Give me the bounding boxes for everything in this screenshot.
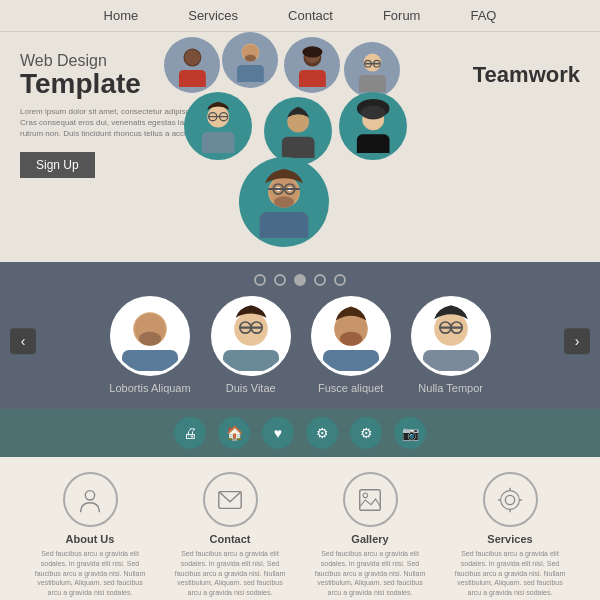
svg-rect-1 <box>179 69 206 87</box>
icon-home[interactable]: 🏠 <box>218 417 250 449</box>
svg-point-13 <box>364 54 380 70</box>
footer-services-title: Services <box>487 533 532 545</box>
svg-point-43 <box>139 332 161 346</box>
svg-point-64 <box>505 495 514 504</box>
dot-5[interactable] <box>334 274 346 286</box>
navigation: Home Services Contact Forum FAQ <box>0 0 600 32</box>
svg-rect-41 <box>122 350 178 371</box>
footer-contact-desc: Sed faucibus arcu a gravida elit sodales… <box>170 549 290 598</box>
icon-settings-2[interactable]: ⚙ <box>350 417 382 449</box>
svg-point-63 <box>363 493 368 498</box>
footer-about-title: About Us <box>66 533 115 545</box>
svg-rect-8 <box>299 69 326 87</box>
avatar-cluster <box>144 32 404 262</box>
svg-rect-4 <box>237 64 264 82</box>
work-label: work <box>529 62 580 87</box>
icons-bar: 🖨 🏠 ♥ ⚙ ⚙ 📷 <box>0 409 600 457</box>
avatar-4 <box>344 42 400 98</box>
avatar-6 <box>264 97 332 165</box>
svg-rect-24 <box>282 136 315 158</box>
svg-point-10 <box>302 46 322 57</box>
svg-rect-45 <box>223 350 279 371</box>
footer-services: Services Sed faucibus arcu a gravida eli… <box>450 472 570 600</box>
footer-gallery-title: Gallery <box>351 533 388 545</box>
svg-rect-27 <box>357 134 390 153</box>
svg-rect-62 <box>360 489 381 510</box>
nav-services[interactable]: Services <box>188 8 238 23</box>
slide-avatar-1 <box>211 296 291 376</box>
svg-point-6 <box>244 54 255 61</box>
svg-rect-55 <box>423 350 479 371</box>
slide-item-2: Fusce aliquet <box>311 296 391 394</box>
avatar-2 <box>222 32 278 88</box>
icon-print[interactable]: 🖨 <box>174 417 206 449</box>
slide-item-3: Nulla Tempor <box>411 296 491 394</box>
svg-rect-18 <box>202 131 235 153</box>
dot-4[interactable] <box>314 274 326 286</box>
avatar-center <box>239 157 329 247</box>
slide-name-0: Lobortis Aliquam <box>109 382 190 394</box>
svg-point-65 <box>501 490 520 509</box>
svg-point-19 <box>208 106 227 125</box>
slide-name-2: Fusce aliquet <box>318 382 383 394</box>
footer-services-icon <box>483 472 538 527</box>
nav-home[interactable]: Home <box>104 8 139 23</box>
svg-point-60 <box>85 490 94 499</box>
slider-section: ‹ Lobortis Aliquam <box>0 262 600 409</box>
footer-gallery-icon <box>343 472 398 527</box>
slide-item-1: Duis Vitae <box>211 296 291 394</box>
svg-point-30 <box>361 106 385 120</box>
avatar-5 <box>184 92 252 160</box>
svg-point-53 <box>339 332 361 346</box>
slider-dots <box>0 274 600 286</box>
slide-name-3: Nulla Tempor <box>418 382 483 394</box>
icon-heart[interactable]: ♥ <box>262 417 294 449</box>
svg-rect-51 <box>323 350 379 371</box>
svg-point-34 <box>274 196 294 208</box>
dot-1[interactable] <box>254 274 266 286</box>
footer-services-desc: Sed faucibus arcu a gravida elit sodales… <box>450 549 570 598</box>
dot-3[interactable] <box>294 274 306 286</box>
slide-avatar-0 <box>110 296 190 376</box>
slider-next-button[interactable]: › <box>564 328 590 354</box>
slide-item-0: Lobortis Aliquam <box>109 296 190 394</box>
slider-content: ‹ Lobortis Aliquam <box>0 296 600 394</box>
slider-prev-button[interactable]: ‹ <box>10 328 36 354</box>
nav-contact[interactable]: Contact <box>288 8 333 23</box>
footer-gallery: Gallery Sed faucibus arcu a gravida elit… <box>310 472 430 600</box>
svg-rect-32 <box>260 212 309 238</box>
svg-point-2 <box>184 49 200 65</box>
nav-faq[interactable]: FAQ <box>470 8 496 23</box>
teamwork-label: Teamwork <box>473 62 580 88</box>
icon-settings[interactable]: ⚙ <box>306 417 338 449</box>
footer-section: About Us Sed faucibus arcu a gravida eli… <box>0 457 600 600</box>
sign-up-button[interactable]: Sign Up <box>20 152 95 178</box>
footer-contact: Contact Sed faucibus arcu a gravida elit… <box>170 472 290 600</box>
icon-camera[interactable]: 📷 <box>394 417 426 449</box>
svg-rect-12 <box>359 74 386 92</box>
slide-avatar-3 <box>411 296 491 376</box>
footer-contact-title: Contact <box>210 533 251 545</box>
footer-about-desc: Sed faucibus arcu a gravida elit sodales… <box>30 549 150 598</box>
footer-contact-icon <box>203 472 258 527</box>
slide-avatar-2 <box>311 296 391 376</box>
footer-gallery-desc: Sed faucibus arcu a gravida elit sodales… <box>310 549 430 598</box>
dot-2[interactable] <box>274 274 286 286</box>
avatar-3 <box>284 37 340 93</box>
team-bold: Team <box>473 62 529 87</box>
footer-about-icon <box>63 472 118 527</box>
avatar-1 <box>164 37 220 93</box>
footer-about: About Us Sed faucibus arcu a gravida eli… <box>30 472 150 600</box>
nav-forum[interactable]: Forum <box>383 8 421 23</box>
slide-name-1: Duis Vitae <box>226 382 276 394</box>
hero-section: Web Design Template Lorem ipsum dolor si… <box>0 32 600 262</box>
avatar-7 <box>339 92 407 160</box>
